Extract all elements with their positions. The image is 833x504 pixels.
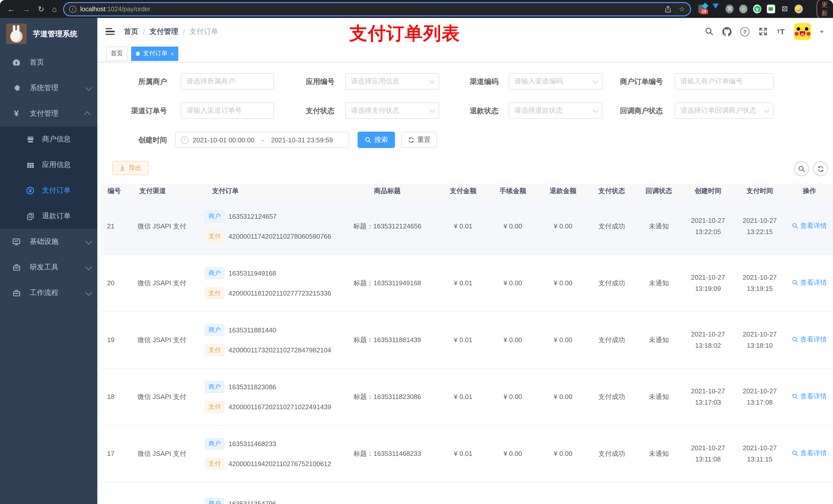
search-button[interactable]: 搜索 xyxy=(358,131,395,148)
merchant-order-no: 1635311823086 xyxy=(229,383,276,391)
pay-transaction-no: 4200001167202110271022491439 xyxy=(229,403,331,411)
pay-amount: ¥ 0.01 xyxy=(438,448,488,459)
help-icon[interactable]: ? xyxy=(740,27,749,36)
table-row-partial: 商户 1635311354796 xyxy=(100,482,833,504)
extension-dot-icon[interactable] xyxy=(739,5,748,13)
reload-icon[interactable]: ↻ xyxy=(38,4,44,14)
sidebar-item-dev-tools[interactable]: 研发工具 xyxy=(0,255,97,280)
breadcrumb-payment[interactable]: 支付管理 xyxy=(149,27,178,36)
navbar-icons: ? TT xyxy=(705,23,833,40)
extension-chat-icon[interactable] xyxy=(767,5,775,13)
sidebar-item-label: 系统管理 xyxy=(30,83,58,93)
forward-icon[interactable]: → xyxy=(23,5,30,13)
home-icon[interactable]: ⌂ xyxy=(52,5,56,13)
sidebar-item-infra[interactable]: 基础设施 xyxy=(0,229,97,255)
sidebar-item-merchant-info[interactable]: 商户信息 xyxy=(0,126,97,152)
extensions-puzzle-icon[interactable]: ⚄ xyxy=(781,5,789,13)
pay-channel: 微信 JSAPI 支付 xyxy=(129,278,195,289)
notify-status: 未通知 xyxy=(635,448,682,459)
view-detail-link[interactable]: 查看详情 xyxy=(792,448,827,459)
extension-grid-icon[interactable]: 10 xyxy=(698,5,706,13)
tag-home[interactable]: 首页 xyxy=(106,46,127,61)
tag-pay-order[interactable]: 支付订单 × xyxy=(131,46,178,61)
sidebar-item-refund-order[interactable]: 退款订单 xyxy=(0,203,97,229)
extension-y-icon[interactable] xyxy=(753,5,761,13)
merchant-select[interactable]: 请选择所属商户 xyxy=(181,73,274,90)
merchant-order-no-input[interactable]: 请输入商户订单编号 xyxy=(675,73,774,90)
site-info-icon[interactable]: i xyxy=(69,5,76,13)
product-title: 标题：1635311468233 xyxy=(336,448,438,459)
view-detail-link[interactable]: 查看详情 xyxy=(792,391,827,402)
font-size-icon[interactable]: TT xyxy=(776,27,785,36)
user-avatar[interactable] xyxy=(794,23,811,40)
paid-time: 2021-10-2713:17:08 xyxy=(734,386,786,408)
col-created: 创建时间 xyxy=(682,186,734,195)
tags-bar: 首页 支付订单 × xyxy=(97,45,833,63)
sidebar-item-home[interactable]: 首页 xyxy=(0,50,97,75)
hamburger-icon[interactable] xyxy=(105,27,115,37)
col-paid: 支付时间 xyxy=(734,186,786,195)
app-select[interactable]: 请选择应用信息 xyxy=(345,73,439,90)
monitor-icon xyxy=(10,238,23,246)
breadcrumb: 首页 / 支付管理 / 支付订单 xyxy=(124,27,218,36)
fullscreen-icon[interactable] xyxy=(758,27,767,36)
view-detail-link[interactable]: 查看详情 xyxy=(792,220,827,232)
merchant-order-no: 1635311949168 xyxy=(229,269,276,277)
product-title: 标题：1635311823086 xyxy=(336,391,438,403)
address-bar[interactable]: i localhost:1024/pay/order ☆ xyxy=(63,2,691,16)
extension-command-icon[interactable]: ⌘ xyxy=(726,5,734,13)
sidebar-item-app-info[interactable]: 应用信息 xyxy=(0,152,97,178)
pay-transaction-no: 4200001181202110277723215336 xyxy=(229,289,331,297)
dashboard-icon xyxy=(10,58,23,67)
notify-status-select[interactable]: 请选择订单回调商户状态 xyxy=(675,102,774,119)
extension-kite-icon[interactable] xyxy=(712,5,720,13)
sidebar-item-payment[interactable]: ¥ 支付管理 xyxy=(0,101,97,126)
view-detail-link[interactable]: 查看详情 xyxy=(792,277,827,288)
pay-channel: 微信 JSAPI 支付 xyxy=(129,334,195,346)
notify-status: 未通知 xyxy=(635,221,682,232)
paid-time: 2021-10-2713:11:15 xyxy=(734,442,786,465)
pay-status-select[interactable]: 请选择支付状态 xyxy=(345,102,439,119)
export-button[interactable]: 导出 xyxy=(112,161,148,175)
avatar-caret-icon[interactable] xyxy=(820,30,824,35)
sidebar-item-label: 基础设施 xyxy=(30,237,58,246)
search-icon[interactable] xyxy=(705,27,714,36)
screen: ← → ↻ ⌂ i localhost:1024/pay/order ☆ 10 … xyxy=(0,0,833,504)
github-icon[interactable] xyxy=(722,27,732,36)
col-fee: 手续金额 xyxy=(488,186,538,195)
reset-button[interactable]: 重置 xyxy=(401,131,437,148)
profile-avatar-icon[interactable] xyxy=(794,5,803,13)
channel-order-no-input[interactable]: 请输入渠道订单号 xyxy=(181,102,274,119)
sidebar-item-label: 支付管理 xyxy=(30,109,58,118)
back-icon[interactable]: ← xyxy=(7,5,15,13)
pay-channel: 微信 JSAPI 支付 xyxy=(129,448,195,459)
browser-update-button[interactable]: 更新 ⋮ xyxy=(816,0,833,20)
sidebar-item-pay-order[interactable]: 支付订单 xyxy=(0,178,97,203)
view-detail-link[interactable]: 查看详情 xyxy=(792,334,827,345)
date-end: 2021-10-31 23:59:59 xyxy=(271,136,333,144)
channel-code-select[interactable]: 请输入渠道编码 xyxy=(509,73,602,90)
refund-status-select[interactable]: 请选择退款状态 xyxy=(509,102,602,119)
sidebar-item-workflow[interactable]: 工作流程 xyxy=(0,280,97,306)
bookmark-star-icon[interactable]: ☆ xyxy=(679,5,685,13)
close-tag-icon[interactable]: × xyxy=(171,50,174,56)
sidebar-item-label: 应用信息 xyxy=(42,160,71,170)
sidebar-item-system[interactable]: 系统管理 xyxy=(0,75,97,101)
pay-tag: 支付 xyxy=(205,287,224,299)
toggle-search-button[interactable] xyxy=(794,161,809,176)
paid-time: 2021-10-2713:22:15 xyxy=(734,215,786,238)
refresh-table-button[interactable] xyxy=(813,161,828,176)
date-range-input[interactable]: 2021-10-01 00:00:00 - 2021-10-31 23:59:5… xyxy=(175,131,349,148)
breadcrumb-home[interactable]: 首页 xyxy=(124,27,138,36)
pay-tag: 支付 xyxy=(205,401,224,413)
yen-icon: ¥ xyxy=(10,109,23,119)
chevron-down-icon xyxy=(85,289,92,295)
order-id: 20 xyxy=(100,278,129,289)
filter-label: 应用编号 xyxy=(265,73,335,90)
page-annotation: 支付订单列表 xyxy=(349,22,460,46)
table-row: 20 微信 JSAPI 支付 商户 1635311949168 支付 42000… xyxy=(100,255,833,312)
col-pay-order: 支付订单 xyxy=(195,186,336,195)
share-icon[interactable] xyxy=(664,5,672,13)
yen-circle-icon xyxy=(25,187,36,195)
order-id: 18 xyxy=(100,391,129,403)
